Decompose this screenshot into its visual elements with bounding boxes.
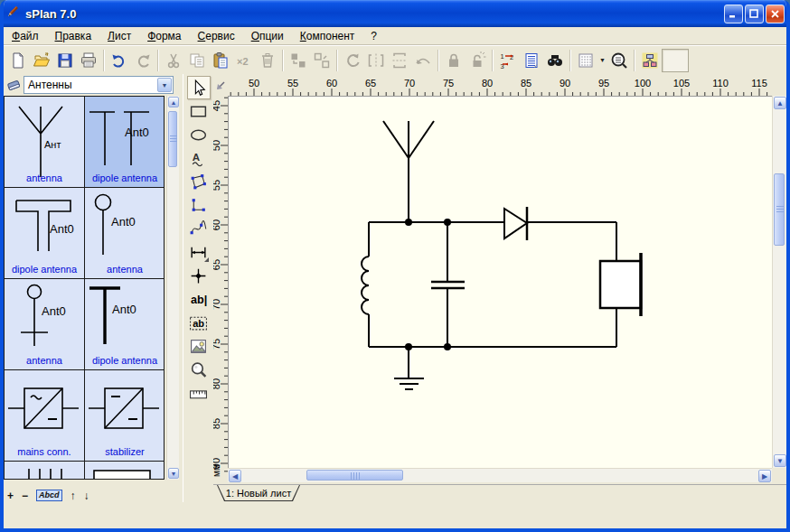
move-down-button[interactable]: ↓: [84, 490, 89, 502]
library-select-value: Антенны: [28, 79, 72, 91]
search-button[interactable]: [543, 49, 567, 72]
sidebar-scrollbar[interactable]: ▲ ▼: [166, 96, 179, 480]
add-button[interactable]: +: [7, 490, 14, 502]
tool-rectangle[interactable]: [187, 99, 211, 123]
tool-zoom[interactable]: [187, 358, 211, 381]
vertical-scrollbar[interactable]: ▲ ▼: [772, 96, 786, 468]
flip-button[interactable]: [411, 49, 435, 72]
tool-image[interactable]: [187, 334, 211, 358]
move-up-button[interactable]: ↑: [71, 490, 76, 502]
svg-text:Ant0: Ant0: [125, 126, 149, 139]
svg-text:50: 50: [249, 78, 259, 89]
component-stabilizer-7[interactable]: stabilizer: [85, 370, 165, 461]
link-mode-button[interactable]: [638, 49, 662, 72]
component-dipole-antenna-1[interactable]: Ant0dipole antenna: [85, 97, 165, 187]
vertical-scroll-thumb[interactable]: [774, 173, 785, 246]
minimize-button[interactable]: [724, 5, 743, 23]
new-button[interactable]: [6, 49, 30, 72]
component-dipole-antenna-5[interactable]: Ant0dipole antenna: [85, 279, 165, 369]
tool-polygon[interactable]: [187, 170, 211, 193]
scroll-right-icon[interactable]: ▶: [758, 470, 771, 482]
horizontal-scroll-thumb[interactable]: [306, 470, 403, 481]
component-partial-9[interactable]: [85, 462, 165, 480]
menu-item-8[interactable]: ?: [362, 28, 385, 44]
sheet-tab[interactable]: 1: Новый лист: [217, 485, 300, 501]
tool-measure[interactable]: [187, 381, 211, 405]
redo-button[interactable]: [131, 49, 155, 72]
schematic-drawing[interactable]: [229, 97, 773, 469]
menu-item-6[interactable]: Опции: [243, 28, 292, 44]
toolbar-separator: [634, 50, 635, 71]
scroll-down-icon[interactable]: ▼: [168, 468, 179, 479]
component-list-button[interactable]: [520, 49, 543, 72]
menu-item-2[interactable]: Правка: [47, 28, 100, 44]
scroll-down-icon[interactable]: ▼: [774, 454, 786, 467]
save-button[interactable]: [53, 49, 77, 72]
tool-dimension[interactable]: [187, 240, 211, 264]
delete-button[interactable]: [256, 49, 279, 72]
menu-item-3[interactable]: Лист: [99, 28, 139, 44]
component-antenna-4[interactable]: Ant0antenna: [5, 279, 84, 369]
remove-button[interactable]: −: [22, 490, 28, 502]
tool-special-form[interactable]: A: [187, 146, 211, 170]
menu-item-5[interactable]: Сервис: [190, 28, 243, 44]
tool-node[interactable]: [187, 264, 211, 287]
tool-select[interactable]: [187, 76, 211, 99]
tool-ellipse[interactable]: [187, 123, 211, 146]
renumber-button[interactable]: 123: [496, 49, 520, 72]
rename-abcd-button[interactable]: Abcd: [36, 490, 62, 501]
grid-settings-button[interactable]: [574, 49, 597, 72]
library-icon[interactable]: [4, 76, 24, 94]
component-antenna-3[interactable]: Ant0antenna: [85, 188, 165, 278]
component-antenna-0[interactable]: Антantenna: [5, 97, 84, 187]
canvas-region: 50556065707580859095100105110115мм 45505…: [213, 74, 786, 502]
rotate-button[interactable]: [341, 49, 364, 72]
print-button[interactable]: [77, 49, 100, 72]
title-bar[interactable]: sPlan 7.0: [0, 0, 790, 27]
toolbar-separator: [157, 50, 159, 71]
tool-text-box[interactable]: ab: [187, 311, 211, 334]
svg-text:A: A: [193, 151, 201, 162]
lock-button[interactable]: [442, 49, 466, 72]
undo-button[interactable]: [108, 49, 131, 72]
copy-button[interactable]: [185, 49, 209, 72]
svg-text:Ant0: Ant0: [50, 222, 74, 236]
menu-item-7[interactable]: Компонент: [292, 28, 363, 44]
component-dipole-antenna-2[interactable]: Ant0dipole antenna: [5, 188, 84, 278]
menu-item-1[interactable]: Файл: [4, 28, 47, 44]
tool-bezier[interactable]: [187, 217, 211, 240]
component-mains-conn--6[interactable]: mains conn.: [5, 370, 84, 461]
svg-text:45: 45: [213, 100, 221, 111]
component-label: mains conn.: [5, 446, 84, 457]
ungroup-button[interactable]: [310, 49, 334, 72]
svg-text:Ант: Ант: [44, 139, 61, 150]
component-partial-8[interactable]: [5, 462, 84, 480]
drawing-canvas[interactable]: [228, 96, 772, 468]
menu-item-4[interactable]: Форма: [139, 28, 189, 44]
unlock-button[interactable]: [466, 49, 489, 72]
mirror-vertical-button[interactable]: [388, 49, 411, 72]
cut-button[interactable]: [162, 49, 185, 72]
scroll-up-icon[interactable]: ▲: [774, 97, 786, 109]
paste-button[interactable]: [209, 49, 232, 72]
mirror-horizontal-button[interactable]: [364, 49, 388, 72]
duplicate-x2-button[interactable]: ×2: [232, 49, 256, 72]
scroll-left-icon[interactable]: ◀: [229, 470, 241, 482]
tool-polyline[interactable]: [187, 193, 211, 217]
tool-text[interactable]: ab|: [187, 287, 211, 311]
open-button[interactable]: [30, 49, 53, 72]
sidebar-scroll-thumb[interactable]: [168, 111, 177, 167]
empty-toggle-button[interactable]: [662, 49, 689, 72]
svg-text:110: 110: [712, 78, 729, 89]
library-select[interactable]: Антенны ▼: [24, 76, 174, 94]
maximize-button[interactable]: [745, 5, 764, 23]
zoom-view-button[interactable]: [607, 49, 631, 72]
ruler-origin-button[interactable]: [213, 76, 228, 96]
close-button[interactable]: [766, 5, 785, 23]
horizontal-scrollbar[interactable]: ◀ ▶: [228, 468, 772, 482]
group-button[interactable]: [287, 49, 310, 72]
grid-settings-dropdown-icon[interactable]: ▼: [597, 49, 607, 72]
svg-text:3: 3: [501, 62, 504, 70]
scroll-up-icon[interactable]: ▲: [168, 97, 179, 107]
combo-dropdown-icon[interactable]: ▼: [157, 78, 172, 92]
